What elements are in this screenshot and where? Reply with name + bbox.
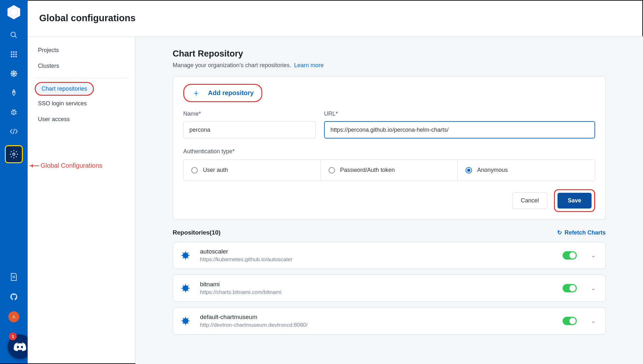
repo-row[interactable]: autoscaler https://kubernetes.github.io/…	[173, 242, 606, 269]
repo-row[interactable]: bitnami https://charts.bitnami.com/bitna…	[173, 275, 606, 302]
add-repository-button[interactable]: ＋ Add repository	[183, 84, 262, 102]
add-repo-card: ＋ Add repository Name* URL* Authenticati…	[173, 76, 606, 219]
app-logo[interactable]	[6, 4, 22, 20]
svg-point-8	[13, 54, 14, 55]
repo-url: https://charts.bitnami.com/bitnami	[200, 289, 554, 296]
refetch-charts-button[interactable]: ↻ Refetch Charts	[557, 229, 606, 236]
auth-anonymous[interactable]: Anonymous	[457, 160, 595, 181]
code-icon[interactable]	[7, 125, 21, 138]
deploy-icon[interactable]	[7, 86, 21, 100]
subnav-sso[interactable]: SSO login services	[35, 96, 128, 111]
subnav-chart-repositories[interactable]: Chart repositories	[35, 82, 94, 96]
helm-icon	[181, 283, 192, 293]
repo-enabled-toggle[interactable]	[563, 284, 577, 292]
subnav-projects[interactable]: Projects	[35, 42, 128, 58]
chevron-down-icon[interactable]: ⌄	[591, 285, 596, 292]
discord-badge: 1	[9, 333, 17, 340]
helm-icon	[181, 251, 192, 260]
repo-url: http://devtron-chartmuseum.devtroncd:808…	[200, 322, 554, 328]
save-highlight: Save	[554, 189, 595, 212]
helm-icon	[181, 316, 192, 326]
svg-point-5	[13, 51, 14, 53]
radio-icon	[191, 167, 198, 173]
svg-point-4	[11, 51, 12, 53]
svg-point-2	[11, 32, 15, 37]
chevron-down-icon[interactable]: ⌄	[591, 252, 596, 259]
cancel-button[interactable]: Cancel	[512, 192, 548, 209]
svg-line-23	[16, 111, 17, 112]
name-label: Name*	[183, 111, 316, 117]
svg-line-3	[15, 36, 17, 38]
github-icon[interactable]	[7, 290, 21, 304]
apps-icon[interactable]	[7, 48, 21, 61]
auth-type-label: Authentication type*	[183, 148, 595, 155]
section-title: Chart Repository	[173, 49, 606, 59]
save-button[interactable]: Save	[557, 193, 592, 209]
subnav-divider	[35, 78, 128, 78]
avatar[interactable]: A	[7, 310, 21, 324]
learn-more-link[interactable]: Learn more	[294, 62, 324, 68]
svg-line-22	[11, 111, 12, 112]
refresh-icon: ↻	[557, 229, 562, 236]
plus-icon: ＋	[192, 87, 200, 99]
svg-point-34	[21, 346, 23, 348]
repo-enabled-toggle[interactable]	[563, 317, 577, 325]
repo-row[interactable]: default-chartmuseum http://devtron-chart…	[173, 307, 606, 334]
nav-rail: A	[0, 0, 28, 363]
name-input[interactable]	[183, 121, 316, 138]
docs-icon[interactable]	[7, 270, 21, 284]
repo-info: default-chartmuseum http://devtron-chart…	[200, 314, 554, 328]
repo-name: autoscaler	[200, 248, 554, 255]
svg-point-7	[11, 54, 12, 55]
helm-icon[interactable]	[7, 67, 21, 80]
svg-point-19	[13, 91, 14, 93]
repo-url: https://kubernetes.github.io/autoscaler	[200, 256, 554, 263]
global-config-icon[interactable]	[5, 145, 23, 163]
svg-point-11	[13, 56, 14, 57]
url-label: URL*	[324, 111, 595, 117]
chevron-down-icon[interactable]: ⌄	[591, 317, 596, 324]
svg-point-6	[15, 51, 17, 53]
svg-line-26	[13, 129, 14, 134]
section-subtitle: Manage your organization's chart reposit…	[173, 62, 606, 69]
annotation-global-config: Global Configurations	[30, 162, 102, 169]
repo-name: bitnami	[200, 281, 554, 288]
subnav: Projects Clusters Chart repositories SSO…	[28, 37, 135, 363]
page-header: Global configurations	[28, 0, 643, 37]
svg-point-9	[15, 54, 17, 55]
svg-marker-1	[10, 8, 18, 17]
radio-icon	[466, 167, 472, 173]
svg-point-33	[17, 346, 19, 348]
svg-line-25	[16, 113, 17, 114]
repo-info: autoscaler https://kubernetes.github.io/…	[200, 248, 554, 263]
bug-icon[interactable]	[7, 105, 21, 119]
svg-point-10	[11, 56, 12, 57]
svg-line-24	[11, 113, 12, 114]
repo-enabled-toggle[interactable]	[563, 251, 577, 260]
auth-type-group: User auth Password/Auth token Anonymous	[183, 159, 595, 181]
svg-point-12	[15, 56, 17, 57]
subnav-user-access[interactable]: User access	[35, 111, 128, 127]
auth-password[interactable]: Password/Auth token	[321, 160, 458, 181]
url-input[interactable]	[324, 121, 595, 138]
radio-icon	[329, 167, 335, 173]
page-title: Global configurations	[39, 13, 136, 23]
subnav-clusters[interactable]: Clusters	[35, 58, 128, 74]
repo-info: bitnami https://charts.bitnami.com/bitna…	[200, 281, 554, 296]
repo-name: default-chartmuseum	[200, 314, 554, 321]
main-content: Chart Repository Manage your organizatio…	[135, 37, 643, 364]
svg-point-27	[13, 153, 15, 155]
auth-user[interactable]: User auth	[184, 160, 321, 181]
search-icon[interactable]	[7, 28, 21, 42]
repositories-heading: Repositories(10)	[173, 229, 221, 236]
